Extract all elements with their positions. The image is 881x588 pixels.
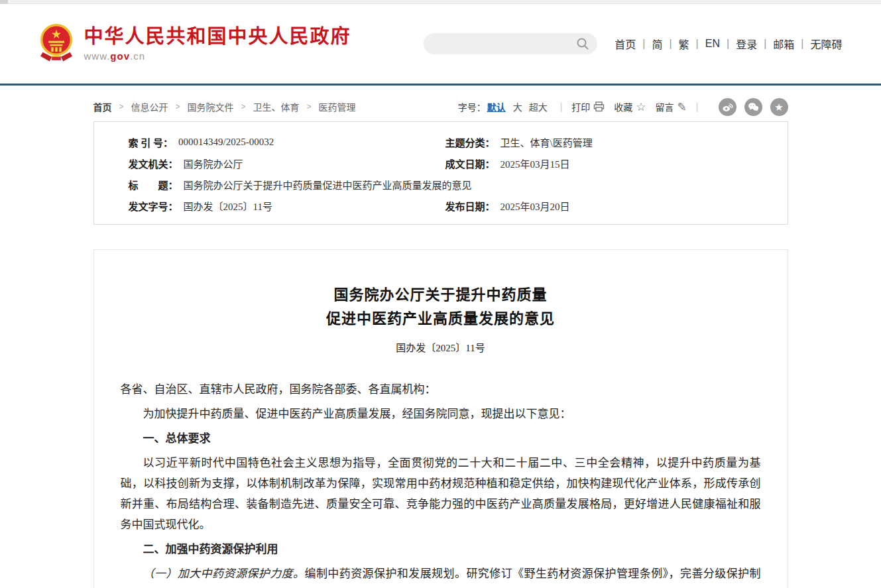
document-body: 各省、自治区、直辖市人民政府，国务院各部委、各直属机构： 为加快提升中药质量、促… <box>121 379 761 588</box>
search-box <box>424 33 597 54</box>
star-outline-icon: ☆ <box>636 101 646 113</box>
meta-doc-number-label: 发文字号： <box>129 199 178 213</box>
meta-title-value: 国务院办公厅关于提升中药质量促进中医药产业高质量发展的意见 <box>184 178 472 192</box>
document-metadata-box: 索 引 号： 000014349/2025-00032 主题分类： 卫生、体育\… <box>93 121 788 225</box>
meta-title-label: 标 题： <box>129 178 178 192</box>
qzone-star-icon: ★ <box>774 102 783 112</box>
nav-traditional[interactable]: 繁 <box>679 36 689 52</box>
nav-accessibility[interactable]: 无障碍 <box>810 36 842 52</box>
nav-login[interactable]: 登录 <box>736 36 757 52</box>
pencil-icon: ✎ <box>677 101 687 113</box>
site-url: www.gov.cn <box>84 50 351 62</box>
document-content-box: 国务院办公厅关于提升中药质量 促进中医药产业高质量发展的意见 国办发〔2025〕… <box>93 249 788 588</box>
font-size-large-button[interactable]: 大 <box>513 100 522 113</box>
national-emblem-icon <box>39 24 74 64</box>
breadcrumb-separator: > <box>119 102 124 111</box>
document-number: 国办发〔2025〕11号 <box>121 340 761 354</box>
breadcrumb-info-disclosure[interactable]: 信息公开 <box>131 100 168 113</box>
top-strip-nub <box>0 0 8 4</box>
breadcrumb-separator: > <box>176 102 180 111</box>
weibo-icon <box>722 101 733 113</box>
meta-doc-number-value: 国办发〔2025〕11号 <box>184 199 272 213</box>
paragraph-salutation: 各省、自治区、直辖市人民政府，国务院各部委、各直属机构： <box>121 379 761 400</box>
meta-written-date-label: 成文日期： <box>445 156 495 170</box>
font-size-xlarge-button[interactable]: 超大 <box>529 100 548 113</box>
share-weibo-button[interactable] <box>719 98 736 116</box>
nav-simplified[interactable]: 简 <box>652 36 662 52</box>
search-input[interactable] <box>424 33 597 54</box>
site-title: 中华人民共和国中央人民政府 <box>84 26 351 48</box>
breadcrumb-separator: > <box>241 102 246 111</box>
meta-index-number-label: 索 引 号： <box>129 135 174 149</box>
section-heading-1: 一、总体要求 <box>121 428 761 449</box>
browser-top-strip <box>0 0 881 4</box>
font-size-default-button[interactable]: 默认 <box>487 100 506 113</box>
meta-topic-category-label: 主题分类： <box>445 135 495 149</box>
breadcrumb-health-sports[interactable]: 卫生、体育 <box>253 100 300 113</box>
nav-home[interactable]: 首页 <box>615 36 636 52</box>
breadcrumb-medicine-admin[interactable]: 医药管理 <box>319 100 356 113</box>
meta-topic-category-value: 卫生、体育\医药管理 <box>500 135 593 149</box>
paragraph-overall: 以习近平新时代中国特色社会主义思想为指导，全面贯彻党的二十大和二十届二中、三中全… <box>121 453 761 535</box>
top-nav: 首页| 简| 繁| EN| 登录| 邮箱| 无障碍 <box>615 36 842 52</box>
meta-issuing-agency-label: 发文机关： <box>129 156 178 170</box>
meta-index-number-value: 000014349/2025-00032 <box>178 137 274 148</box>
breadcrumb-separator: > <box>307 102 312 111</box>
comment-button[interactable]: 留言 ✎ <box>656 100 687 113</box>
page-toolbar: 字号： 默认 大 超大 | 打印 收藏 ☆ 留言 ✎ | <box>458 98 788 116</box>
header-divider <box>0 84 881 86</box>
breadcrumb-home[interactable]: 首页 <box>93 100 112 113</box>
site-logo[interactable]: 中华人民共和国中央人民政府 www.gov.cn <box>39 24 351 64</box>
wechat-icon <box>748 101 759 113</box>
site-header: 中华人民共和国中央人民政府 www.gov.cn 首页| 简| 繁| EN| 登… <box>0 4 881 84</box>
nav-mail[interactable]: 邮箱 <box>773 36 794 52</box>
breadcrumb-state-council-docs[interactable]: 国务院文件 <box>188 100 234 113</box>
document-title: 国务院办公厅关于提升中药质量 促进中医药产业高质量发展的意见 <box>121 283 761 331</box>
print-button[interactable]: 打印 <box>571 100 605 113</box>
breadcrumb: 首页 > 信息公开 > 国务院文件 > 卫生、体育 > 医药管理 <box>93 100 356 113</box>
favorite-button[interactable]: 收藏 ☆ <box>614 100 646 113</box>
section-heading-2: 二、加强中药资源保护利用 <box>121 539 761 559</box>
meta-written-date-value: 2025年03月15日 <box>500 156 570 170</box>
printer-icon <box>593 101 605 112</box>
meta-issuing-agency-value: 国务院办公厅 <box>184 156 243 170</box>
share-wechat-button[interactable] <box>744 98 762 116</box>
nav-english[interactable]: EN <box>705 38 720 50</box>
font-size-label: 字号： <box>458 100 486 113</box>
meta-publish-date-value: 2025年03月20日 <box>500 199 570 213</box>
share-group: ★ <box>711 98 788 116</box>
search-icon[interactable] <box>576 37 589 50</box>
meta-publish-date-label: 发布日期： <box>445 199 495 213</box>
paragraph-intro: 为加快提升中药质量、促进中医药产业高质量发展，经国务院同意，现提出以下意见： <box>121 404 761 424</box>
paragraph-item-1: （一）加大中药资源保护力度。编制中药资源保护和发展规划。研究修订《野生药材资源保… <box>121 563 761 588</box>
share-qzone-button[interactable]: ★ <box>770 98 788 116</box>
